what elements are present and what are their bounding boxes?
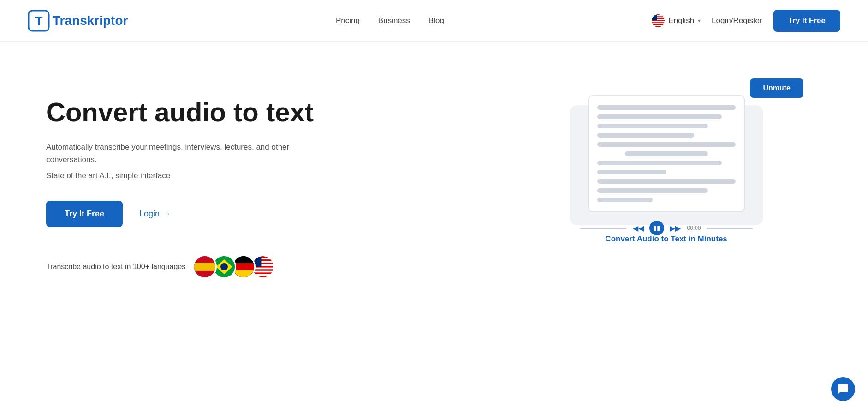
- hero-left: Convert audio to text Automatically tran…: [46, 78, 478, 279]
- text-line: [597, 124, 708, 128]
- svg-text:T: T: [35, 14, 42, 28]
- nav-pricing[interactable]: Pricing: [336, 16, 360, 25]
- login-register-link[interactable]: Login/Register: [712, 16, 762, 25]
- text-line: [597, 105, 736, 110]
- player-controls[interactable]: ◀◀ ▮▮ ▶▶: [632, 221, 682, 235]
- language-label: English: [668, 16, 694, 25]
- nav-business[interactable]: Business: [378, 16, 410, 25]
- text-line: [597, 170, 666, 174]
- svg-rect-14: [652, 24, 665, 25]
- svg-rect-34: [252, 258, 273, 260]
- pause-button[interactable]: ▮▮: [649, 221, 664, 235]
- hero-section: Convert audio to text Automatically tran…: [0, 42, 868, 365]
- text-line: [597, 188, 708, 193]
- unmute-button[interactable]: Unmute: [750, 78, 803, 98]
- svg-rect-4: [652, 14, 665, 15]
- svg-rect-17: [652, 14, 657, 20]
- svg-rect-15: [652, 25, 665, 26]
- navbar-try-free-button[interactable]: Try It Free: [773, 10, 840, 32]
- flags-group: [193, 255, 275, 279]
- svg-rect-13: [652, 23, 665, 24]
- svg-rect-33: [252, 256, 273, 258]
- svg-rect-45: [252, 276, 273, 278]
- flag-spain: [193, 255, 217, 279]
- nav-actions: English ▾ Login/Register Try It Free: [652, 10, 840, 32]
- hero-title: Convert audio to text: [46, 97, 478, 128]
- logo[interactable]: T Transkriptor: [28, 10, 128, 32]
- nav-links: Pricing Business Blog: [336, 16, 444, 25]
- convert-text: Convert Audio to Text in Minutes: [605, 234, 727, 244]
- svg-rect-30: [233, 270, 254, 277]
- text-line: [597, 198, 653, 202]
- svg-rect-19: [194, 263, 215, 271]
- text-line: [597, 142, 736, 147]
- nav-blog[interactable]: Blog: [428, 16, 444, 25]
- hero-subtitle2: State of the art A.I., simple interface: [46, 171, 478, 180]
- player-progress-line-right: [707, 228, 753, 229]
- us-flag-icon: [652, 14, 665, 27]
- text-line: [597, 161, 722, 165]
- player-time: 00:00: [687, 225, 701, 231]
- svg-rect-12: [652, 22, 665, 23]
- video-preview: ◀◀ ▮▮ ▶▶ 00:00: [570, 105, 763, 225]
- chat-bubble[interactable]: [831, 377, 855, 401]
- transcript-doc: [588, 95, 745, 212]
- hero-login-link[interactable]: Login →: [139, 209, 171, 219]
- svg-rect-41: [252, 269, 273, 271]
- hero-subtitle1: Automatically transcribe your meetings, …: [46, 141, 304, 166]
- svg-rect-28: [233, 256, 254, 263]
- svg-rect-16: [652, 26, 665, 27]
- fast-forward-button[interactable]: ▶▶: [669, 222, 682, 234]
- hero-languages: Transcribe audio to text in 100+ languag…: [46, 255, 478, 279]
- text-line: [597, 114, 722, 119]
- hero-buttons: Try It Free Login →: [46, 201, 478, 227]
- svg-rect-42: [252, 271, 273, 273]
- hero-lang-text: Transcribe audio to text in 100+ languag…: [46, 263, 185, 271]
- text-line: [625, 151, 708, 156]
- language-selector[interactable]: English ▾: [652, 14, 701, 27]
- text-line: [597, 133, 694, 138]
- chat-icon: [837, 383, 849, 395]
- logo-text: Transkriptor: [53, 13, 128, 28]
- rewind-button[interactable]: ◀◀: [632, 222, 645, 234]
- chevron-down-icon: ▾: [698, 18, 701, 24]
- svg-rect-10: [652, 20, 665, 21]
- svg-rect-5: [652, 15, 665, 16]
- svg-point-22: [220, 263, 228, 270]
- player-bar: ◀◀ ▮▮ ▶▶ 00:00: [580, 221, 753, 235]
- svg-rect-44: [252, 274, 273, 276]
- svg-rect-11: [652, 21, 665, 22]
- svg-rect-43: [252, 272, 273, 274]
- hero-right: Unmute: [501, 78, 831, 244]
- navbar: T Transkriptor Pricing Business Blog: [0, 0, 868, 42]
- transcript-lines: [597, 105, 736, 202]
- svg-rect-40: [252, 268, 273, 270]
- text-line: [597, 179, 736, 184]
- hero-try-it-free-button[interactable]: Try It Free: [46, 201, 123, 227]
- player-progress-line: [580, 228, 626, 229]
- svg-rect-29: [233, 263, 254, 270]
